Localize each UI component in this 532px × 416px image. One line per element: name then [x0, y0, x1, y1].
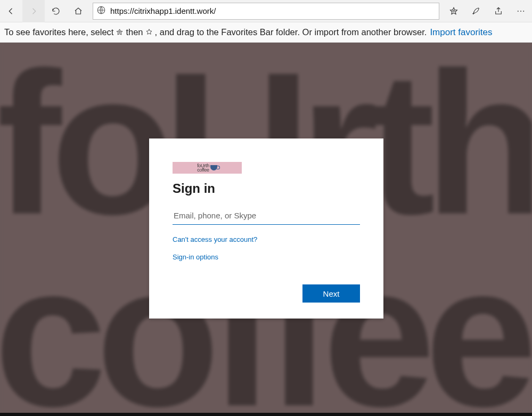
coffee-cup-icon [210, 165, 217, 170]
home-button[interactable] [67, 0, 89, 22]
favorites-star-lines-icon [116, 28, 124, 38]
refresh-button[interactable] [45, 0, 67, 22]
back-arrow-icon [6, 6, 16, 16]
svg-point-2 [521, 11, 521, 11]
more-dots-icon [516, 6, 526, 16]
next-button[interactable]: Next [302, 284, 360, 303]
favorites-hint-text-1: To see favorites here, select [4, 27, 113, 37]
signin-card: foUrthcoffee Sign in Can't access your a… [149, 138, 383, 319]
more-button[interactable] [510, 0, 532, 22]
favorites-hint-text-2: then [126, 27, 143, 37]
back-button[interactable] [0, 0, 22, 22]
page-content: foUrth coffee foUrthcoffee Sign in Can't… [0, 43, 532, 416]
page-footer-divider [0, 413, 532, 416]
identity-input[interactable] [173, 207, 360, 225]
signin-heading: Sign in [173, 181, 360, 196]
refresh-icon [51, 6, 61, 16]
forward-arrow-icon [29, 6, 38, 16]
brand-logo-text: foUrthcoffee [197, 164, 209, 172]
toolbar-right-icons [443, 0, 532, 22]
svg-point-1 [518, 11, 518, 11]
brand-logo: foUrthcoffee [173, 162, 242, 174]
site-info-icon[interactable] [96, 5, 106, 17]
favorites-hint-bar: To see favorites here, select then , and… [0, 22, 532, 43]
reading-list-button[interactable] [465, 0, 487, 22]
favorites-hint-text-3: , and drag to the Favorites Bar folder. … [155, 27, 427, 37]
svg-point-3 [523, 11, 524, 11]
url-input[interactable] [110, 6, 436, 15]
pen-icon [471, 6, 481, 16]
share-icon [494, 6, 503, 16]
star-outline-icon [145, 28, 153, 37]
browser-toolbar [0, 0, 532, 22]
cant-access-link[interactable]: Can't access your account? [173, 235, 360, 243]
favorites-button[interactable] [443, 0, 465, 22]
home-icon [73, 6, 83, 16]
share-button[interactable] [487, 0, 510, 22]
address-bar[interactable] [93, 3, 439, 20]
import-favorites-link[interactable]: Import favorites [430, 27, 492, 38]
favorites-star-icon [449, 6, 459, 16]
forward-button[interactable] [22, 0, 45, 22]
signin-options-link[interactable]: Sign-in options [173, 253, 360, 261]
